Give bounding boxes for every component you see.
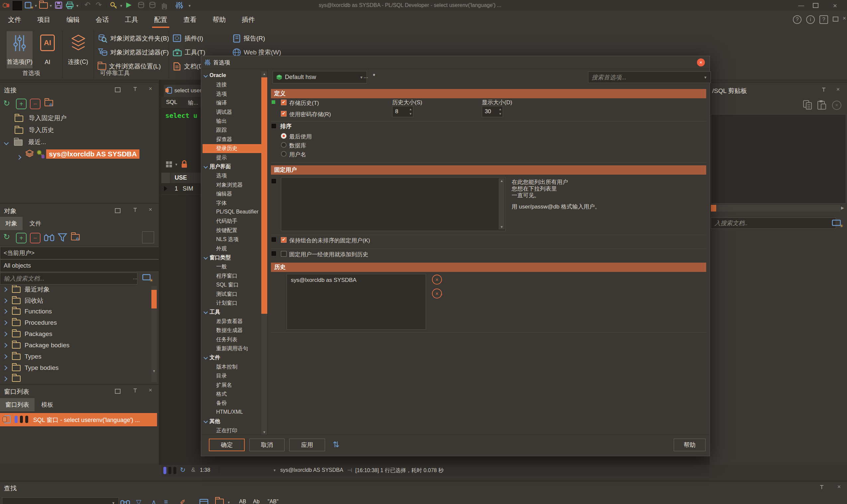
find-folder-icon[interactable] (215, 499, 224, 504)
quick-filter-box[interactable] (142, 231, 154, 244)
clipboard-hscrollbar[interactable] (711, 205, 840, 212)
close-button[interactable]: × (830, 2, 840, 10)
maximize-button[interactable] (813, 3, 818, 9)
tab-output[interactable]: 输... (188, 99, 198, 107)
info-circle-icon[interactable]: i (806, 15, 815, 24)
match-case-button[interactable]: AB (239, 499, 246, 504)
pref-tree-item-调试器[interactable]: 调试器 (202, 108, 261, 117)
folder-config-icon[interactable]: ⚙ (44, 100, 53, 106)
find-pencil-icon[interactable]: ✐ (180, 498, 186, 504)
menu-item-8[interactable]: 插件 (234, 11, 263, 29)
auto-refresh-icon[interactable]: ↻ (180, 466, 186, 474)
objects-search-input[interactable]: 输入搜索文档... (0, 273, 138, 285)
clipboard-content[interactable] (711, 114, 846, 203)
pref-tree-item-代码助手[interactable]: 代码助手 (202, 217, 261, 226)
fixed-users-scrollbar[interactable]: ▲ ▼ (499, 178, 505, 230)
new-window-star-icon[interactable]: ✳ (142, 273, 154, 283)
more-button[interactable]: ... (133, 274, 137, 281)
ribbon-reports-button[interactable]: 报告(R) (232, 32, 265, 45)
find-input[interactable]: ▼ (2, 497, 119, 504)
pref-tree-item-工具[interactable]: 工具 (202, 308, 261, 317)
chevron-right-icon[interactable] (3, 343, 7, 348)
scroll-right-icon[interactable]: ▶ (841, 205, 844, 210)
save-icon[interactable] (55, 1, 63, 9)
pref-tree-item-编译[interactable]: 编译 (202, 98, 261, 108)
remove-icon[interactable]: − (30, 233, 40, 244)
ribbon-browser-filters-button[interactable]: 对象浏览器过滤器(F) (97, 46, 169, 59)
window-list-close-icon[interactable]: × (145, 387, 156, 394)
pref-tree-item-差异查看器[interactable]: 差异查看器 (202, 317, 261, 326)
clipboard-pin-icon[interactable] (822, 87, 826, 92)
ok-button[interactable]: 确定 (209, 438, 245, 451)
code-line[interactable]: select u (165, 111, 197, 120)
pref-search-input[interactable]: 搜索首选项...▼ (588, 71, 711, 83)
objects-tree-item-Type bodies[interactable]: Type bodies (3, 364, 58, 376)
spin-up-icon[interactable]: ▲ (409, 108, 412, 111)
menu-item-7[interactable]: 帮助 (204, 11, 234, 29)
pref-tree-item-探查器[interactable]: 探查器 (202, 135, 261, 144)
binoculars-icon[interactable] (44, 233, 54, 243)
match-word-button[interactable]: Ab (253, 499, 260, 504)
connections-maximize-icon[interactable] (115, 87, 121, 94)
history-delete-icon[interactable]: × (432, 274, 442, 285)
ribbon-preferences-button[interactable]: 首选项(P) (7, 31, 33, 68)
pref-tree-scrollbar-thumb[interactable] (261, 77, 267, 314)
pref-tree-item-对象浏览器[interactable]: 对象浏览器 (202, 181, 261, 190)
open-folder-icon[interactable] (39, 2, 48, 8)
pref-tree-item-提示[interactable]: 提示 (202, 154, 261, 162)
add-connection-icon[interactable]: + (16, 98, 26, 109)
ribbon-connections-button[interactable]: 连接(C) (65, 31, 91, 68)
open-dropdown-caret[interactable]: ▼ (49, 4, 52, 7)
context-help-icon[interactable]: ? (819, 15, 828, 24)
tree-item-import-fixed-users[interactable]: 导入固定用户 (15, 114, 67, 123)
ribbon-plugins-button[interactable]: 插件(I) (173, 32, 203, 45)
ribbon-documents-button[interactable]: 文档(D) (173, 60, 205, 73)
pref-tree-item-SQL 窗口[interactable]: SQL 窗口 (202, 281, 261, 289)
window-list-maximize-icon[interactable] (115, 389, 121, 395)
add-used-to-history-checkbox[interactable] (281, 251, 287, 257)
chevron-down-icon[interactable] (203, 356, 208, 360)
undo-icon[interactable]: ↶ (84, 1, 90, 9)
find-pin-icon[interactable] (819, 485, 824, 489)
execute-icon[interactable]: ▶ (126, 1, 131, 8)
redo-icon[interactable]: ↷ (96, 1, 102, 9)
objects-scrollbar-thumb[interactable] (151, 290, 157, 308)
spin-down-icon[interactable]: ▼ (409, 112, 412, 115)
pref-tree-item-程序窗口[interactable]: 程序窗口 (202, 272, 261, 281)
menu-item-2[interactable]: 编辑 (58, 11, 88, 29)
grid-mode-icon[interactable] (165, 161, 173, 168)
pref-tree-item-按键配置[interactable]: 按键配置 (202, 226, 261, 235)
chevron-right-icon[interactable] (3, 299, 7, 303)
menu-item-4[interactable]: 工具 (117, 11, 146, 29)
fixed-users-listbox[interactable]: ▲ ▼ (281, 177, 506, 231)
new-window-icon[interactable]: ✳ (24, 1, 33, 9)
pref-tree-item-扩展名[interactable]: 扩展名 (202, 381, 261, 390)
connection-caret[interactable]: ▼ (273, 468, 276, 472)
print-icon[interactable] (66, 1, 74, 9)
objects-tree-item-最近对象[interactable]: 最近对象 (3, 285, 50, 296)
pref-tree-item-跟踪[interactable]: 跟踪 (202, 126, 261, 135)
color-swatch[interactable] (13, 1, 22, 10)
pref-tree-item-备份[interactable]: 备份 (202, 399, 261, 408)
help-button[interactable]: 帮助 (674, 438, 706, 451)
help-circle-icon[interactable]: ? (793, 15, 801, 24)
tree-item-recent[interactable]: 最近... (5, 138, 46, 146)
splitter[interactable] (159, 80, 161, 465)
chevron-down-icon[interactable] (203, 255, 208, 259)
pref-tree-item-文件[interactable]: 文件 (202, 353, 261, 362)
pref-tree-item-编辑器[interactable]: 编辑器 (202, 190, 261, 199)
pref-tree-item-目录[interactable]: 目录 (202, 372, 261, 380)
use-password-checkbox[interactable] (281, 111, 287, 116)
user-filter-dropdown[interactable]: <当前用户>▼ (0, 247, 166, 259)
grid-cell-value[interactable]: SIM (183, 185, 193, 192)
find-window-icon[interactable] (199, 499, 209, 504)
pref-tree-item-计划窗口[interactable]: 计划窗口 (202, 299, 261, 308)
add-icon[interactable]: + (16, 233, 26, 244)
lock-icon[interactable] (181, 160, 188, 169)
menubar-maximize-icon[interactable] (833, 17, 839, 23)
pref-tree-item-选项[interactable]: 选项 (202, 90, 261, 98)
remove-connection-icon[interactable]: − (30, 98, 40, 109)
chevron-right-icon[interactable] (3, 320, 7, 325)
history-listbox[interactable]: sys@lxorcldb as SYSDBA (287, 274, 426, 330)
sort-radio-2[interactable] (281, 151, 287, 157)
